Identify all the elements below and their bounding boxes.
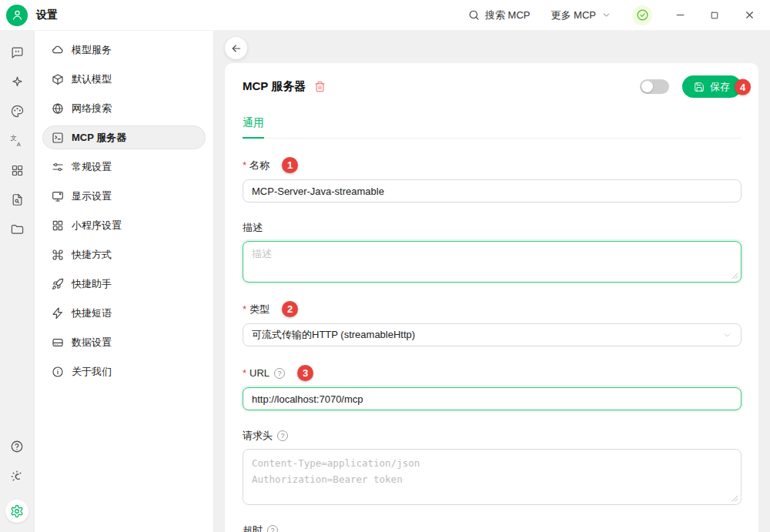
timeout-help-icon[interactable] bbox=[267, 525, 278, 532]
svg-text:A: A bbox=[17, 141, 21, 148]
name-input[interactable] bbox=[243, 179, 742, 202]
package-icon bbox=[52, 73, 64, 85]
sidebar-item-label: 快捷方式 bbox=[72, 248, 112, 262]
description-textarea[interactable] bbox=[243, 241, 742, 283]
trash-icon bbox=[314, 81, 326, 92]
rail-item-help[interactable] bbox=[10, 440, 24, 453]
sidebar-item-default-model[interactable]: 默认模型 bbox=[42, 67, 206, 91]
annotation-badge-1: 1 bbox=[282, 157, 298, 173]
save-button-label: 保存 bbox=[710, 80, 730, 94]
rail-item-translate[interactable]: 文A bbox=[10, 134, 24, 148]
card-title: MCP 服务器 bbox=[243, 79, 306, 94]
timeout-label: 超时 bbox=[243, 524, 263, 532]
save-button[interactable]: 保存 4 bbox=[682, 75, 742, 98]
field-group-description: 描述 bbox=[243, 221, 742, 283]
sidebar-item-about-us[interactable]: 关于我们 bbox=[42, 360, 206, 383]
grid-icon bbox=[52, 219, 64, 232]
rail-item-paintings[interactable] bbox=[11, 105, 24, 118]
sidebar-item-label: 网络搜索 bbox=[72, 102, 112, 115]
rail-item-theme[interactable] bbox=[10, 470, 24, 483]
apps-grid-icon bbox=[11, 164, 24, 177]
search-icon bbox=[468, 9, 480, 21]
person-icon bbox=[11, 8, 24, 22]
palette-icon bbox=[11, 105, 24, 118]
rail-item-assistant[interactable] bbox=[11, 75, 24, 89]
sidebar-item-miniapp-settings[interactable]: 小程序设置 bbox=[42, 213, 206, 237]
save-icon bbox=[694, 82, 705, 92]
sidebar-item-web-search[interactable]: 网络搜索 bbox=[42, 96, 206, 120]
card-header: MCP 服务器 保存 4 bbox=[243, 75, 742, 98]
title-bar: 设置 搜索 MCP 更多 MCP bbox=[0, 0, 770, 31]
hard-drive-icon bbox=[52, 336, 64, 349]
monitor-icon bbox=[52, 190, 64, 202]
close-button[interactable] bbox=[742, 8, 756, 22]
more-mcp-dropdown[interactable]: 更多 MCP bbox=[551, 8, 612, 22]
arrow-left-icon bbox=[230, 42, 243, 55]
tab-bar: 通用 bbox=[243, 116, 742, 139]
close-icon bbox=[744, 9, 755, 21]
maximize-icon bbox=[709, 10, 720, 21]
rail-item-files[interactable] bbox=[11, 223, 24, 236]
status-check-button[interactable] bbox=[632, 5, 652, 25]
info-circle-icon bbox=[52, 366, 64, 378]
sidebar-item-mcp-servers[interactable]: MCP 服务器 bbox=[42, 125, 206, 149]
sidebar-item-general-settings[interactable]: 常规设置 bbox=[42, 155, 206, 179]
required-mark: * bbox=[243, 303, 246, 315]
rail-item-apps[interactable] bbox=[11, 164, 24, 177]
sidebar-item-label: 快捷助手 bbox=[72, 277, 112, 291]
sidebar-item-label: 模型服务 bbox=[72, 43, 112, 57]
rail-item-settings[interactable] bbox=[5, 500, 28, 523]
cloud-icon bbox=[52, 44, 64, 56]
tab-general[interactable]: 通用 bbox=[243, 116, 264, 139]
svg-text:文: 文 bbox=[11, 135, 17, 142]
chat-bubble-icon bbox=[11, 46, 24, 59]
url-help-icon[interactable] bbox=[274, 368, 285, 379]
field-group-name: * 名称 1 bbox=[243, 157, 742, 202]
terminal-icon bbox=[52, 132, 64, 144]
sidebar-item-quick-phrases[interactable]: 快捷短语 bbox=[42, 301, 206, 325]
globe-icon bbox=[52, 102, 64, 115]
url-label: URL bbox=[249, 367, 270, 379]
delete-server-button[interactable] bbox=[314, 81, 326, 92]
rail-item-knowledge[interactable] bbox=[11, 193, 24, 206]
headers-textarea[interactable] bbox=[243, 449, 742, 505]
field-group-timeout: 超时 bbox=[243, 524, 742, 532]
resize-handle[interactable] bbox=[732, 273, 738, 279]
search-mcp-button[interactable]: 搜索 MCP bbox=[468, 8, 531, 22]
sidebar-item-label: MCP 服务器 bbox=[72, 131, 126, 145]
name-label: 名称 bbox=[249, 159, 270, 172]
file-search-icon bbox=[11, 193, 24, 206]
sidebar-item-shortcuts[interactable]: 快捷方式 bbox=[42, 243, 206, 266]
rail-item-chat[interactable] bbox=[11, 46, 24, 59]
sidebar-item-display-settings[interactable]: 显示设置 bbox=[42, 184, 206, 208]
search-mcp-label: 搜索 MCP bbox=[485, 8, 531, 22]
user-avatar[interactable] bbox=[6, 5, 28, 26]
main-content: MCP 服务器 保存 4 通用 * bbox=[214, 31, 770, 532]
rocket-icon bbox=[52, 278, 64, 290]
sidebar-item-model-services[interactable]: 模型服务 bbox=[42, 38, 206, 62]
sidebar-item-quick-assistant[interactable]: 快捷助手 bbox=[42, 272, 206, 296]
folder-icon bbox=[11, 223, 24, 236]
minimize-button[interactable] bbox=[673, 8, 687, 22]
settings-sidebar: 模型服务 默认模型 网络搜索 MCP 服务器 常规设置 显示设置 小程序设置 bbox=[35, 31, 214, 532]
enable-server-toggle[interactable] bbox=[640, 79, 669, 94]
icon-rail: 文A bbox=[0, 31, 35, 532]
chevron-down-icon bbox=[601, 10, 611, 20]
back-button[interactable] bbox=[225, 37, 247, 59]
check-circle-icon bbox=[636, 8, 649, 22]
description-label: 描述 bbox=[243, 221, 263, 235]
annotation-badge-4: 4 bbox=[735, 79, 751, 95]
type-select[interactable]: 可流式传输的HTTP (streamableHttp) bbox=[243, 323, 742, 346]
annotation-badge-2: 2 bbox=[282, 301, 298, 317]
translate-icon: 文A bbox=[10, 134, 24, 148]
headers-help-icon[interactable] bbox=[277, 430, 288, 441]
field-group-headers: 请求头 bbox=[243, 429, 742, 505]
sidebar-item-data-settings[interactable]: 数据设置 bbox=[42, 330, 206, 354]
required-mark: * bbox=[243, 159, 246, 171]
mcp-server-card: MCP 服务器 保存 4 通用 * bbox=[225, 63, 758, 532]
url-input[interactable] bbox=[243, 387, 742, 410]
page-title: 设置 bbox=[36, 8, 58, 22]
maximize-button[interactable] bbox=[708, 8, 721, 22]
sidebar-item-label: 快捷短语 bbox=[72, 306, 112, 320]
resize-handle[interactable] bbox=[732, 495, 738, 502]
